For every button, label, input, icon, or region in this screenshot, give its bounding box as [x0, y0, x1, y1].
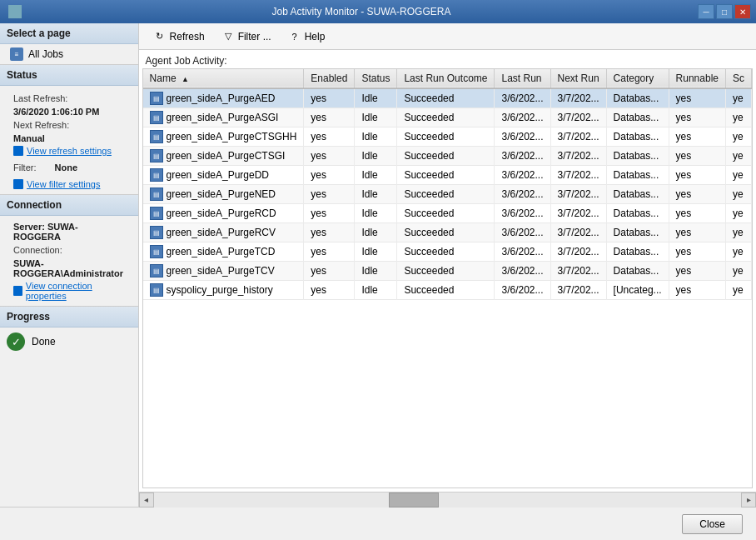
job-table-container[interactable]: Name ▲ Enabled Status Last Run Outcome L… — [142, 68, 753, 488]
job-cell: ye — [725, 281, 751, 300]
help-button[interactable]: ? Help — [281, 27, 333, 47]
job-cell: Idle — [355, 108, 397, 128]
agent-job-label: Agent Job Activity: — [139, 50, 756, 68]
filter-button[interactable]: ▽ Filter ... — [214, 27, 279, 47]
scroll-track[interactable] — [154, 492, 741, 508]
table-row[interactable]: ▤green_sideA_PurgeRCDyesIdleSucceeded3/6… — [143, 204, 752, 223]
view-connection-properties-link[interactable]: View connection properties — [7, 279, 132, 302]
table-row[interactable]: ▤green_sideA_PurgeCTSGHHyesIdleSucceeded… — [143, 128, 752, 147]
job-cell: 3/6/202... — [495, 223, 550, 242]
col-runnable[interactable]: Runnable — [669, 69, 725, 88]
table-row[interactable]: ▤green_sideA_PurgeNEDyesIdleSucceeded3/6… — [143, 185, 752, 204]
table-row[interactable]: ▤syspolicy_purge_historyyesIdleSucceeded… — [143, 281, 752, 300]
sidebar-item-all-jobs[interactable]: ≡ All Jobs — [0, 44, 138, 64]
job-name-text: green_sideA_PurgeTCV — [167, 265, 275, 277]
job-cell: yes — [304, 262, 355, 281]
view-refresh-settings-link[interactable]: View refresh settings — [7, 144, 132, 158]
help-icon: ? — [288, 30, 301, 43]
scroll-right-button[interactable]: ▸ — [741, 492, 756, 508]
job-cell: Databas... — [606, 108, 669, 128]
col-status[interactable]: Status — [355, 69, 397, 88]
last-refresh-value: 3/6/2020 1:06:10 PM — [7, 106, 132, 118]
job-name-text: green_sideA_PurgeRCV — [167, 227, 276, 238]
job-icon: ▤ — [150, 149, 163, 162]
col-next-run[interactable]: Next Run — [550, 69, 606, 88]
job-cell: Idle — [355, 281, 397, 300]
left-panel: Select a page ≡ All Jobs Status Last Ref… — [0, 23, 139, 507]
job-cell: Databas... — [606, 88, 669, 108]
job-cell: yes — [669, 242, 725, 262]
main-container: Select a page ≡ All Jobs Status Last Ref… — [0, 23, 756, 507]
job-cell: 3/6/202... — [495, 262, 550, 281]
status-section: Status Last Refresh: 3/6/2020 1:06:10 PM… — [0, 64, 138, 194]
col-category[interactable]: Category — [606, 69, 669, 88]
table-row[interactable]: ▤green_sideA_PurgeRCVyesIdleSucceeded3/6… — [143, 223, 752, 242]
job-cell: 3/7/202... — [550, 223, 606, 242]
job-cell: 3/7/202... — [550, 88, 606, 108]
table-row[interactable]: ▤green_sideA_PurgeCTSGIyesIdleSucceeded3… — [143, 147, 752, 166]
job-cell: 3/7/202... — [550, 128, 606, 147]
job-cell: yes — [304, 281, 355, 300]
job-cell: yes — [304, 242, 355, 262]
job-cell: Databas... — [606, 262, 669, 281]
toolbar: ↻ Refresh ▽ Filter ... ? Help — [139, 23, 756, 50]
close-window-button[interactable]: ✕ — [734, 4, 751, 19]
all-jobs-icon: ≡ — [10, 48, 23, 61]
job-icon: ▤ — [150, 207, 163, 220]
job-cell: Databas... — [606, 185, 669, 204]
connection-value: SUWA-ROGGERA\Administrator — [7, 258, 132, 279]
right-content: ↻ Refresh ▽ Filter ... ? Help Agent Job … — [139, 23, 756, 507]
close-button[interactable]: Close — [682, 514, 743, 534]
view-filter-settings-link[interactable]: View filter settings — [7, 178, 132, 191]
job-name-cell: ▤green_sideA_PurgeTCD — [143, 242, 304, 262]
job-cell: 3/7/202... — [550, 204, 606, 223]
job-icon: ▤ — [150, 111, 163, 124]
job-cell: yes — [669, 128, 725, 147]
title-bar: Job Activity Monitor - SUWA-ROGGERA ─ □ … — [0, 0, 756, 23]
table-row[interactable]: ▤green_sideA_PurgeAEDyesIdleSucceeded3/6… — [143, 88, 752, 108]
job-cell: Databas... — [606, 242, 669, 262]
scroll-left-button[interactable]: ◂ — [139, 492, 154, 508]
col-name[interactable]: Name ▲ — [143, 69, 304, 88]
col-enabled[interactable]: Enabled — [304, 69, 355, 88]
maximize-button[interactable]: □ — [716, 4, 733, 19]
job-cell: yes — [304, 223, 355, 242]
job-cell: ye — [725, 242, 751, 262]
col-sc[interactable]: Sc — [725, 69, 751, 88]
table-row[interactable]: ▤green_sideA_PurgeTCDyesIdleSucceeded3/6… — [143, 242, 752, 262]
job-cell: yes — [304, 88, 355, 108]
bottom-bar: Close — [0, 507, 756, 540]
job-cell: 3/6/202... — [495, 88, 550, 108]
job-cell: 3/7/202... — [550, 147, 606, 166]
job-cell: yes — [669, 166, 725, 185]
job-cell: 3/6/202... — [495, 108, 550, 128]
job-cell: Databas... — [606, 147, 669, 166]
sort-asc-icon: ▲ — [182, 75, 189, 83]
job-icon: ▤ — [150, 283, 163, 297]
job-name-cell: ▤syspolicy_purge_history — [143, 281, 304, 300]
table-row[interactable]: ▤green_sideA_PurgeASGIyesIdleSucceeded3/… — [143, 108, 752, 128]
horizontal-scrollbar[interactable]: ◂ ▸ — [139, 492, 756, 507]
job-cell: ye — [725, 147, 751, 166]
scroll-thumb[interactable] — [389, 492, 439, 508]
job-name-text: green_sideA_PurgeCTSGHH — [167, 131, 297, 142]
job-cell: yes — [669, 204, 725, 223]
app-icon — [8, 5, 22, 18]
job-cell: yes — [304, 147, 355, 166]
table-row[interactable]: ▤green_sideA_PurgeDDyesIdleSucceeded3/6/… — [143, 166, 752, 185]
col-last-run[interactable]: Last Run — [495, 69, 550, 88]
job-cell: yes — [669, 88, 725, 108]
all-jobs-label: All Jobs — [28, 48, 63, 60]
minimize-button[interactable]: ─ — [698, 4, 714, 19]
table-header-row: Name ▲ Enabled Status Last Run Outcome L… — [143, 69, 752, 88]
progress-header: Progress — [0, 307, 138, 328]
job-name-text: green_sideA_PurgeTCD — [167, 246, 276, 258]
job-cell: ye — [725, 223, 751, 242]
table-row[interactable]: ▤green_sideA_PurgeTCVyesIdleSucceeded3/6… — [143, 262, 752, 281]
job-icon: ▤ — [150, 130, 163, 143]
col-last-run-outcome[interactable]: Last Run Outcome — [397, 69, 495, 88]
job-cell: 3/6/202... — [495, 128, 550, 147]
job-cell: yes — [304, 204, 355, 223]
job-cell: Succeeded — [397, 223, 495, 242]
refresh-button[interactable]: ↻ Refresh — [146, 27, 212, 47]
